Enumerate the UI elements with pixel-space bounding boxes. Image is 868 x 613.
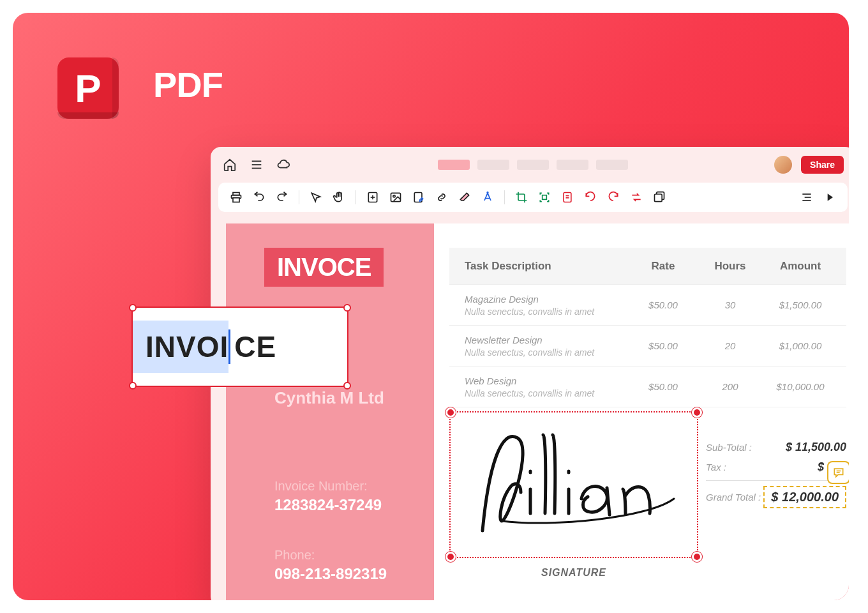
resize-handle[interactable] <box>343 382 351 390</box>
resize-handle[interactable] <box>445 552 456 562</box>
resize-handle[interactable] <box>692 552 702 562</box>
invoice-number-label: Invoice Number: <box>274 479 382 494</box>
image-icon[interactable] <box>387 188 405 206</box>
tab-active[interactable] <box>438 160 470 170</box>
col-amount: Amount <box>762 260 839 273</box>
table-row: Newsletter DesignNulla senectus, convall… <box>449 326 846 367</box>
rotate-left-icon[interactable] <box>581 188 599 206</box>
app-title: PDF <box>153 64 223 105</box>
hand-icon[interactable] <box>330 188 348 206</box>
text-style-icon[interactable] <box>479 188 497 206</box>
home-icon[interactable] <box>222 157 237 172</box>
invoice-stamp[interactable]: INVOCE <box>264 248 384 287</box>
col-rate: Rate <box>628 260 698 273</box>
table-row: Web DesignNulla senectus, convallis in a… <box>449 367 846 407</box>
svg-rect-16 <box>655 194 662 202</box>
app-logo: P <box>57 57 119 119</box>
play-icon[interactable] <box>821 188 839 206</box>
resize-handle[interactable] <box>129 382 137 390</box>
signature-label: SIGNATURE <box>451 567 697 579</box>
company-name: Cynthia M Ltd <box>274 388 384 408</box>
replace-icon[interactable] <box>627 188 645 206</box>
grand-label: Grand Total : <box>706 492 761 503</box>
titlebar: Share <box>211 147 849 183</box>
resize-handle[interactable] <box>692 407 702 418</box>
tabs <box>303 160 763 170</box>
redo-icon[interactable] <box>273 188 291 206</box>
eraser-icon[interactable] <box>456 188 474 206</box>
avatar[interactable] <box>774 156 792 174</box>
tax-label: Tax : <box>706 462 726 473</box>
tab[interactable] <box>596 160 628 170</box>
document-page[interactable]: INVOCE Cynthia M Ltd Invoice Number: 128… <box>226 223 849 600</box>
sidebar-icon[interactable] <box>798 188 816 206</box>
edit-page-icon[interactable] <box>410 188 428 206</box>
table-row: Magazine DesignNulla senectus, convallis… <box>449 285 846 326</box>
grand-value: $ 12,000.00 <box>763 486 846 508</box>
capture-icon[interactable] <box>535 188 553 206</box>
undo-icon[interactable] <box>250 188 268 206</box>
separator <box>355 190 356 204</box>
tab[interactable] <box>477 160 509 170</box>
invoice-number-value: 1283824-37249 <box>274 496 382 514</box>
tab[interactable] <box>557 160 588 170</box>
menu-icon[interactable] <box>249 157 264 172</box>
selected-text: INVOI <box>133 321 228 373</box>
page-area: INVOCE Cynthia M Ltd Invoice Number: 128… <box>226 223 849 600</box>
extract-icon[interactable] <box>558 188 576 206</box>
document-main: Task Description Rate Hours Amount Magaz… <box>434 223 849 600</box>
col-hours: Hours <box>698 260 762 273</box>
separator <box>504 190 505 204</box>
signature-icon <box>470 425 680 534</box>
crop-icon[interactable] <box>513 188 530 206</box>
batch-icon[interactable] <box>650 188 668 206</box>
add-page-icon[interactable] <box>364 188 382 206</box>
print-icon[interactable] <box>227 188 245 206</box>
cloud-icon[interactable] <box>276 157 291 172</box>
resize-handle[interactable] <box>129 304 137 312</box>
link-icon[interactable] <box>433 188 451 206</box>
toolbar <box>218 183 848 212</box>
select-icon[interactable] <box>307 188 325 206</box>
svg-rect-12 <box>542 195 547 200</box>
invoice-table: Task Description Rate Hours Amount Magaz… <box>449 248 846 407</box>
svg-rect-4 <box>233 198 239 202</box>
svg-point-11 <box>487 192 488 193</box>
resize-handle[interactable] <box>343 304 351 312</box>
text-edit-overlay[interactable]: INVOI CE <box>131 306 348 387</box>
tab[interactable] <box>517 160 549 170</box>
signature-box[interactable]: SIGNATURE <box>449 411 698 558</box>
resize-handle[interactable] <box>445 407 456 418</box>
subtotal-label: Sub-Total : <box>706 442 752 453</box>
svg-point-9 <box>393 195 395 197</box>
col-description: Task Description <box>449 260 628 273</box>
remaining-text: CE <box>230 321 289 373</box>
separator <box>299 190 299 204</box>
totals: Sub-Total :$ 11,500.00 Tax :$ 500 Grand … <box>706 441 846 508</box>
share-button[interactable]: Share <box>801 156 844 174</box>
subtotal-value: $ 11,500.00 <box>786 441 846 454</box>
phone-label: Phone: <box>274 548 387 563</box>
document-sidebar: INVOCE Cynthia M Ltd Invoice Number: 128… <box>226 223 434 600</box>
comment-icon[interactable] <box>827 461 849 484</box>
rotate-right-icon[interactable] <box>604 188 622 206</box>
phone-value: 098-213-892319 <box>274 565 387 583</box>
